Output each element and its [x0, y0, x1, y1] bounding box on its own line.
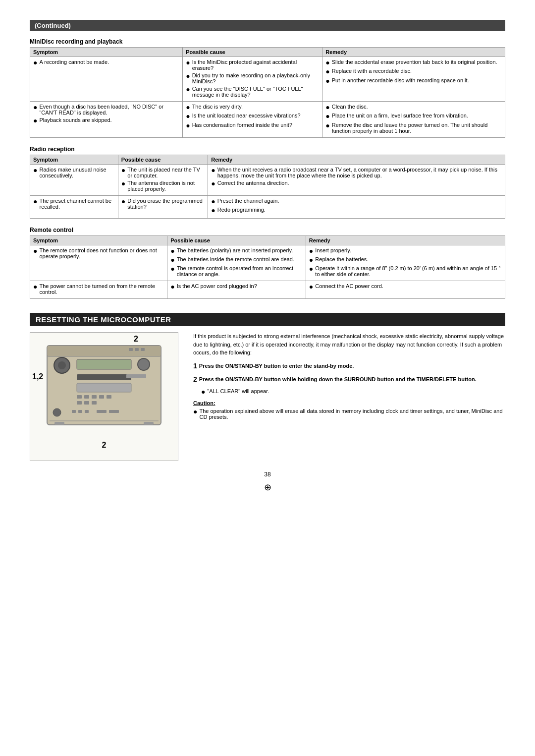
remote-row2-cause: ●Is the AC power cord plugged in?	[167, 281, 306, 299]
minidisc-row2-symptom: ●Even though a disc has been loaded, "NO…	[30, 102, 183, 138]
radio-row1-symptom: ●Radios make unusual noise consecutively…	[30, 164, 118, 195]
remote-title: Remote control	[30, 227, 505, 233]
svg-rect-21	[72, 410, 76, 413]
table-row: ●The remote control does not function or…	[30, 245, 505, 281]
table-row: ●Even though a disc has been loaded, "NO…	[30, 102, 505, 138]
svg-rect-18	[84, 401, 89, 405]
page-number: 38	[30, 471, 505, 478]
table-row: ●The power cannot be turned on from the …	[30, 281, 505, 299]
caution-text: The operation explained above will erase…	[199, 408, 505, 420]
resetting-section: RESETTING THE MICROCOMPUTER 2 1,2	[30, 313, 505, 461]
remote-section: Remote control Symptom Possible cause Re…	[30, 227, 505, 299]
step-1: 1 Press the ON/STAND-BY button to enter …	[193, 362, 505, 370]
svg-rect-4	[141, 348, 145, 351]
svg-rect-11	[126, 374, 146, 378]
radio-row1-remedy: ●When the unit receives a radio broadcas…	[208, 164, 505, 195]
instructions-col: If this product is subjected to strong e…	[193, 332, 505, 421]
continued-header: (Continued)	[30, 20, 505, 31]
svg-rect-19	[92, 401, 97, 405]
minidisc-row2-cause: ●The disc is very dirty. ●Is the unit lo…	[183, 102, 322, 138]
step1-number: 1	[193, 362, 197, 370]
step2-bullet-text: "ALL CLEAR" will appear.	[207, 388, 269, 394]
svg-point-6	[58, 361, 66, 369]
minidisc-col-cause: Possible cause	[183, 48, 322, 57]
radio-row2-remedy: ●Preset the channel again. ●Redo program…	[208, 195, 505, 218]
minidisc-row1-remedy: ●Slide the accidental erase prevention t…	[322, 57, 505, 102]
svg-rect-16	[107, 395, 111, 399]
radio-col-cause: Possible cause	[118, 155, 208, 164]
remote-row1-remedy: ●Insert properly. ●Replace the batteries…	[306, 245, 505, 281]
minidisc-title: MiniDisc recording and playback	[30, 38, 505, 45]
minidisc-col-symptom: Symptom	[30, 48, 183, 57]
svg-rect-13	[84, 395, 89, 399]
remote-col-symptom: Symptom	[30, 235, 167, 245]
svg-rect-27	[54, 422, 64, 425]
radio-col-symptom: Symptom	[30, 155, 118, 164]
step2-text: Press the ON/STAND-BY button while holdi…	[199, 375, 477, 384]
device-diagram-wrapper: 2 1,2	[30, 332, 178, 461]
svg-rect-25	[109, 410, 119, 413]
label-2-top: 2	[134, 335, 138, 344]
radio-row2-cause: ●Did you erase the programmed station?	[118, 195, 208, 218]
radio-table: Symptom Possible cause Remedy ●Radios ma…	[30, 155, 505, 219]
radio-row2-symptom: ●The preset channel cannot be recalled.	[30, 195, 118, 218]
label-2-bottom: 2	[36, 441, 172, 450]
remote-row2-symptom: ●The power cannot be turned on from the …	[30, 281, 167, 299]
remote-col-remedy: Remedy	[306, 235, 505, 245]
svg-rect-10	[77, 383, 131, 392]
table-row: ●The preset channel cannot be recalled. …	[30, 195, 505, 218]
minidisc-col-remedy: Remedy	[322, 48, 505, 57]
radio-col-remedy: Remedy	[208, 155, 505, 164]
label-12: 1,2	[32, 372, 43, 381]
minidisc-row1-symptom: ●A recording cannot be made.	[30, 57, 183, 102]
svg-rect-15	[99, 395, 104, 399]
svg-point-8	[138, 358, 150, 370]
device-illustration	[40, 341, 168, 440]
remote-row2-remedy: ●Connect the AC power cord.	[306, 281, 505, 299]
svg-rect-12	[77, 395, 82, 399]
svg-rect-3	[135, 348, 139, 351]
radio-row1-cause: ●The unit is placed near the TV or compu…	[118, 164, 208, 195]
resetting-content: 2 1,2	[30, 332, 505, 461]
step1-text: Press the ON/STAND-BY button to enter th…	[199, 362, 354, 370]
remote-row1-symptom: ●The remote control does not function or…	[30, 245, 167, 281]
svg-rect-23	[85, 410, 89, 413]
step2-bullet: ● "ALL CLEAR" will appear.	[201, 388, 505, 396]
continued-label: (Continued)	[35, 22, 71, 29]
radio-title: Radio reception	[30, 146, 505, 153]
radio-section: Radio reception Symptom Possible cause R…	[30, 146, 505, 219]
svg-rect-22	[78, 410, 82, 413]
step2-number: 2	[193, 375, 197, 384]
caution-title: Caution:	[193, 400, 505, 406]
minidisc-row1-cause: ●Is the MiniDisc protected against accid…	[183, 57, 322, 102]
remote-row1-cause: ●The batteries (polarity) are not insert…	[167, 245, 306, 281]
svg-rect-24	[97, 410, 107, 413]
svg-rect-9	[77, 374, 131, 380]
intro-text: If this product is subjected to strong e…	[193, 332, 505, 357]
minidisc-row2-remedy: ●Clean the disc. ●Place the unit on a fi…	[322, 102, 505, 138]
svg-rect-7	[77, 359, 131, 369]
svg-point-20	[53, 408, 61, 416]
compass-symbol: ⊕	[30, 482, 505, 493]
table-row: ●A recording cannot be made. ●Is the Min…	[30, 57, 505, 102]
svg-rect-17	[77, 401, 82, 405]
step-2: 2 Press the ON/STAND-BY button while hol…	[193, 375, 505, 384]
remote-table: Symptom Possible cause Remedy ●The remot…	[30, 235, 505, 299]
caution-block: Caution: ● The operation explained above…	[193, 400, 505, 420]
resetting-title: RESETTING THE MICROCOMPUTER	[30, 313, 505, 326]
remote-col-cause: Possible cause	[167, 235, 306, 245]
table-row: ●Radios make unusual noise consecutively…	[30, 164, 505, 195]
minidisc-table: Symptom Possible cause Remedy ●A recordi…	[30, 47, 505, 138]
minidisc-section: MiniDisc recording and playback Symptom …	[30, 38, 505, 138]
svg-rect-28	[144, 422, 154, 425]
svg-rect-14	[92, 395, 97, 399]
svg-rect-2	[129, 348, 133, 351]
